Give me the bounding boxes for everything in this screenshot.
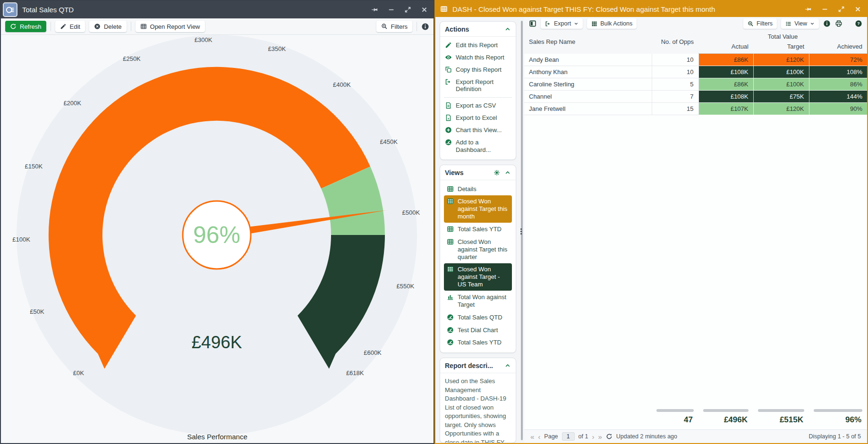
table-row-channel[interactable]: Channel7£108K£75K144% (524, 91, 867, 103)
maximize-icon[interactable] (838, 6, 845, 13)
pin-icon[interactable] (371, 6, 378, 13)
grid-icon (591, 21, 597, 27)
view-item-closed-won-against-target-this-quarter[interactable]: Closed Won against Target this quarter (444, 236, 512, 263)
report-app-icon (3, 2, 17, 17)
gear-icon[interactable] (494, 169, 500, 176)
last-page-icon[interactable]: » (598, 433, 602, 440)
svg-text:£150K: £150K (25, 163, 43, 170)
help-icon[interactable]: ? (855, 20, 862, 27)
info-icon[interactable] (823, 20, 831, 27)
action-export-as-csv[interactable]: Export as CSV (444, 100, 512, 112)
edit-button[interactable]: Edit (55, 21, 85, 32)
svg-text:x: x (448, 117, 450, 120)
view-item-closed-won-against-target-this-month[interactable]: Closed Won against Target this month (444, 195, 512, 223)
refresh-icon[interactable] (606, 433, 613, 440)
view-item-test-dial-chart[interactable]: Test Dial Chart (444, 324, 512, 336)
view-item-total-sales-qtd[interactable]: Total Sales QTD (444, 311, 512, 324)
left-window-title: Total Sales QTD (22, 6, 74, 14)
total-actual: £496K (703, 415, 749, 425)
chevron-up-icon[interactable] (504, 169, 511, 176)
delete-button[interactable]: Delete (89, 21, 127, 32)
col-header-target[interactable]: Target (753, 42, 809, 54)
svg-text:£100K: £100K (12, 236, 30, 243)
prev-page-icon[interactable]: ‹ (538, 433, 540, 440)
refresh-button[interactable]: Refresh (5, 21, 46, 32)
window-total-sales-qtd: Total Sales QTD Refresh Edit Delete Open… (0, 0, 434, 444)
pin-icon[interactable] (805, 6, 812, 13)
report-description-panel: Report descri... Used on the Sales Manag… (440, 358, 516, 443)
action-edit-this-report[interactable]: Edit this Report (444, 39, 512, 51)
close-icon[interactable] (854, 6, 861, 13)
window-closed-won-report: DASH - Closed Won against Target THIS FY… (434, 0, 868, 444)
col-header-no-of-opps[interactable]: No. of Opps (652, 30, 698, 54)
action-export-report-definition[interactable]: Export Report Definition (444, 76, 512, 96)
svg-text:£300K: £300K (195, 36, 213, 43)
total-bar (703, 409, 749, 412)
page-input[interactable] (562, 432, 575, 441)
zoom-icon (748, 21, 754, 27)
refresh-icon (10, 23, 17, 30)
table-row-andy-bean[interactable]: Andy Bean10£86K£120K72% (524, 54, 867, 66)
action-export-to-excel[interactable]: xExport to Excel (444, 112, 512, 124)
view-item-closed-won-against-target-us-team[interactable]: Closed Won against Target - US Team (444, 263, 512, 291)
gauge-svg: 96%£496K£0K£50K£100K£150K£200K£250K£300K… (1, 35, 434, 443)
bulk-actions-button[interactable]: Bulk Actions (587, 18, 637, 29)
view-item-total-won-against-target[interactable]: Total Won against Target (444, 291, 512, 311)
minimize-icon[interactable] (821, 6, 828, 13)
first-page-icon[interactable]: « (530, 433, 534, 440)
panel-resize-grip[interactable] (520, 228, 522, 235)
actions-panel: Actions Edit this ReportWatch this Repor… (440, 21, 516, 160)
pagination-bar: « ‹ Page of 1 › » Updated 2 minutes ago … (524, 430, 867, 443)
col-header-sales-rep-name[interactable]: Sales Rep Name (524, 30, 652, 54)
col-header-achieved[interactable]: Achieved (809, 42, 867, 54)
next-page-icon[interactable]: › (592, 433, 594, 440)
page-label: Page (544, 433, 558, 440)
open-report-view-button[interactable]: Open Report View (136, 21, 205, 32)
total-bar (656, 409, 694, 412)
filters-button[interactable]: Filters (376, 21, 412, 32)
displaying-count: Displaying 1 - 5 of 5 (809, 433, 861, 440)
close-icon[interactable] (421, 6, 428, 13)
left-toolbar: Refresh Edit Delete Open Report View Fil… (1, 18, 434, 35)
export-icon (545, 21, 551, 27)
action-copy-this-report[interactable]: Copy this Report (444, 64, 512, 76)
action-chart-this-view[interactable]: Chart this View... (444, 124, 512, 136)
view-item-total-sales-ytd[interactable]: Total Sales YTD (444, 336, 512, 349)
chevron-up-icon[interactable] (504, 26, 511, 33)
actions-list: Edit this ReportWatch this ReportCopy th… (440, 37, 516, 159)
sidebar-toggle-icon[interactable] (529, 20, 536, 27)
printer-icon[interactable] (835, 20, 842, 27)
view-item-total-sales-ytd[interactable]: Total Sales YTD (444, 223, 512, 235)
col-header-actual[interactable]: Actual (698, 42, 753, 54)
views-list: DetailsClosed Won against Target this mo… (440, 180, 516, 353)
svg-text:£350K: £350K (268, 45, 286, 52)
view-item-details[interactable]: Details (444, 183, 512, 195)
filters-button[interactable]: Filters (743, 18, 777, 29)
dial-icon (447, 339, 454, 346)
svg-text:?: ? (857, 21, 859, 26)
export-button[interactable]: Export (541, 18, 583, 29)
table-icon (447, 185, 454, 193)
svg-text:£400K: £400K (333, 81, 351, 88)
action-add-to-a-dashboard[interactable]: Add to a Dashboard... (444, 136, 512, 156)
chevron-up-icon[interactable] (504, 362, 511, 369)
minimize-icon[interactable] (388, 6, 395, 13)
table-row-jane-fretwell[interactable]: Jane Fretwell15£107K£120K90% (524, 103, 867, 115)
action-watch-this-report[interactable]: Watch this Report (444, 51, 512, 64)
dial-icon (445, 139, 452, 146)
table-row-anthony-khan[interactable]: Anthony Khan10£108K£100K108% (524, 66, 867, 78)
svg-text:£50K: £50K (30, 308, 44, 315)
svg-text:96%: 96% (193, 222, 240, 248)
total-target: £515K (758, 415, 804, 425)
right-titlebar: DASH - Closed Won against Target THIS FY… (435, 1, 867, 17)
maximize-icon[interactable] (404, 6, 411, 13)
info-icon[interactable] (421, 23, 429, 31)
gauge-title: Sales Performance (1, 433, 434, 441)
bar-chart-icon (447, 293, 454, 301)
svg-text:£500K: £500K (402, 209, 420, 216)
chevron-down-icon (810, 21, 815, 26)
total-opps: 47 (656, 415, 694, 425)
table-row-caroline-sterling[interactable]: Caroline Sterling5£86K£100K86% (524, 78, 867, 91)
svg-text:£250K: £250K (123, 55, 141, 62)
view-button[interactable]: View (781, 18, 819, 29)
